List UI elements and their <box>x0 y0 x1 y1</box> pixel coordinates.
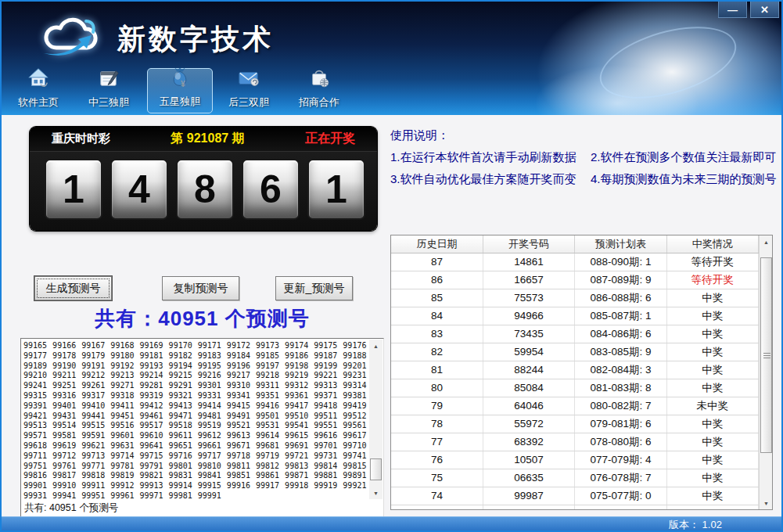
prediction-plan: 088-090期: 1 <box>575 253 666 271</box>
history-date: 81 <box>391 361 483 379</box>
history-row[interactable]: 7610507077-079期: 4中奖 <box>391 451 759 469</box>
lottery-digit: 1 <box>307 159 365 220</box>
lottery-live-status: 正在开奖 <box>305 131 355 147</box>
scrollbar-thumb[interactable] <box>760 257 772 453</box>
nav-item-label: 后三双胆 <box>228 95 269 110</box>
instruction-item: 3.软件自动优化最佳方案随开奖而变 <box>390 172 591 187</box>
win-status: 中奖 <box>666 451 758 469</box>
win-status: 中奖 <box>666 289 758 307</box>
nav-item-home[interactable]: 软件主页 <box>5 68 71 113</box>
history-row[interactable]: 8373435084-086期: 6中奖 <box>391 325 759 343</box>
minimize-button[interactable]: — <box>718 2 747 18</box>
instruction-item: 4.每期预测数值为未来三期的预测号 <box>591 172 778 187</box>
history-row[interactable]: 7964046080-082期: 7未中奖 <box>391 397 759 415</box>
prediction-plan: 082-084期: 3 <box>575 361 666 379</box>
scrollbar-thumb[interactable] <box>370 458 382 480</box>
nav-item-label: 软件主页 <box>18 95 59 110</box>
app-window: 新数字技术 — ✕ 软件主页中三独胆¥五星独胆后三双胆招商合作 重庆时时彩 第 … <box>0 0 783 532</box>
history-column-header[interactable]: 历史日期 <box>391 235 483 253</box>
copy-predictions-button[interactable]: 复制预测号 <box>162 276 239 300</box>
draw-number: 94966 <box>483 307 574 325</box>
history-row[interactable]: 7499987075-077期: 0中奖 <box>391 487 759 505</box>
win-status: 等待开奖 <box>666 253 758 271</box>
history-table: 历史日期开奖号码预测计划表中奖情况 8714861088-090期: 1等待开奖… <box>391 235 759 510</box>
scroll-down-icon[interactable]: ▼ <box>369 487 383 499</box>
lottery-digit: 1 <box>45 159 102 220</box>
history-date: 86 <box>391 271 483 289</box>
history-column-header[interactable]: 预测计划表 <box>575 235 666 253</box>
close-button[interactable]: ✕ <box>750 2 779 18</box>
lottery-digit: 6 <box>242 159 300 220</box>
moneybag-icon: ¥ <box>168 66 192 92</box>
scroll-down-icon[interactable]: ▼ <box>760 497 773 509</box>
win-status: 中奖 <box>666 307 758 325</box>
prediction-numbers[interactable]: 99165 99166 99167 99168 99169 99170 9917… <box>23 341 368 502</box>
history-row[interactable]: 7855972079-081期: 6中奖 <box>391 415 759 433</box>
svg-text:¥: ¥ <box>181 80 185 88</box>
prediction-plan: 079-081期: 6 <box>575 415 666 433</box>
mail-icon <box>237 66 260 93</box>
win-status: 未中奖 <box>666 397 758 415</box>
home-icon <box>27 66 50 93</box>
history-table-scrollbar[interactable]: ▲ ▼ <box>759 235 772 509</box>
header: 新数字技术 — ✕ 软件主页中三独胆¥五星独胆后三双胆招商合作 <box>2 2 781 115</box>
nav-item-zhongsan-dudan[interactable]: 中三独胆 <box>76 68 142 113</box>
empty-cell <box>575 505 666 510</box>
history-date: 85 <box>391 289 483 307</box>
nav-item-zhaoshang-hezuo[interactable]: 招商合作 <box>286 68 352 113</box>
history-date: 84 <box>391 307 483 325</box>
history-column-header[interactable]: 开奖号码 <box>483 235 574 253</box>
notepad-icon <box>97 66 120 93</box>
prediction-list-box[interactable]: 99165 99166 99167 99168 99169 99170 9917… <box>20 338 384 517</box>
prediction-plan: 077-079期: 4 <box>575 451 666 469</box>
draw-number: 68392 <box>483 433 574 451</box>
empty-cell <box>666 505 758 510</box>
history-row[interactable]: 8085084081-083期: 8中奖 <box>391 379 759 397</box>
history-date: 74 <box>391 487 483 505</box>
history-date: 87 <box>391 253 483 271</box>
history-date: 82 <box>391 343 483 361</box>
history-row[interactable]: 8616657087-089期: 9等待开奖 <box>391 271 759 289</box>
lottery-digits: 14861 <box>30 152 377 220</box>
history-row[interactable]: 8259954083-085期: 9中奖 <box>391 343 759 361</box>
prediction-list-scrollbar[interactable]: ▲ ▼ <box>369 340 383 499</box>
prediction-count-banner: 共有：40951 个预测号 <box>20 305 384 332</box>
history-row[interactable]: 8188244082-084期: 3中奖 <box>391 361 759 379</box>
nav-item-wuxing-dudan[interactable]: ¥五星独胆 <box>147 68 213 113</box>
app-title: 新数字技术 <box>117 20 274 59</box>
instructions: 使用说明： 1.在运行本软件首次请手动刷新数据2.软件在预测多个数值关注最新即可… <box>390 125 778 187</box>
history-row[interactable]: 7768392078-080期: 6中奖 <box>391 433 759 451</box>
status-bar: 版本： 1.02 <box>2 516 781 530</box>
prediction-plan: 078-080期: 6 <box>575 433 666 451</box>
generate-predictions-button[interactable]: 生成预测号 <box>34 276 112 300</box>
history-row[interactable]: 8575573086-088期: 6中奖 <box>391 289 759 307</box>
history-column-header[interactable]: 中奖情况 <box>666 235 758 253</box>
prediction-plan: 076-078期: 7 <box>575 469 666 487</box>
history-row[interactable]: 7506635076-078期: 7中奖 <box>391 469 759 487</box>
draw-number: 73435 <box>483 325 574 343</box>
draw-number: 16657 <box>483 271 574 289</box>
draw-number: 10507 <box>483 451 574 469</box>
history-row[interactable]: 8494966085-087期: 1中奖 <box>391 307 759 325</box>
lottery-digit: 8 <box>176 159 234 220</box>
scroll-up-icon[interactable]: ▲ <box>760 235 773 248</box>
history-row[interactable]: 8714861088-090期: 1等待开奖 <box>391 253 759 271</box>
history-date: 79 <box>391 397 483 415</box>
update-predictions-button[interactable]: 更新_预测号 <box>275 276 353 300</box>
prediction-plan: 075-077期: 0 <box>575 487 666 505</box>
draw-number: 99987 <box>483 487 574 505</box>
win-status: 中奖 <box>666 361 758 379</box>
nav-item-label: 中三独胆 <box>88 95 129 110</box>
win-status: 中奖 <box>666 343 758 361</box>
instruction-item: 2.软件在预测多个数值关注最新即可 <box>591 150 778 165</box>
scroll-up-icon[interactable]: ▲ <box>369 340 383 352</box>
lottery-panel-header: 重庆时时彩 第 921087 期 正在开奖 <box>30 127 377 152</box>
nav-item-housan-shuangdan[interactable]: 后三双胆 <box>216 68 282 113</box>
prediction-plan: 083-085期: 9 <box>575 343 666 361</box>
draw-number: 14861 <box>483 253 574 271</box>
win-status: 等待开奖 <box>666 271 758 289</box>
prediction-plan: 080-082期: 7 <box>575 397 666 415</box>
history-table-panel: 历史日期开奖号码预测计划表中奖情况 8714861088-090期: 1等待开奖… <box>390 235 773 510</box>
history-table-header-row: 历史日期开奖号码预测计划表中奖情况 <box>391 235 759 253</box>
history-date: 77 <box>391 433 483 451</box>
